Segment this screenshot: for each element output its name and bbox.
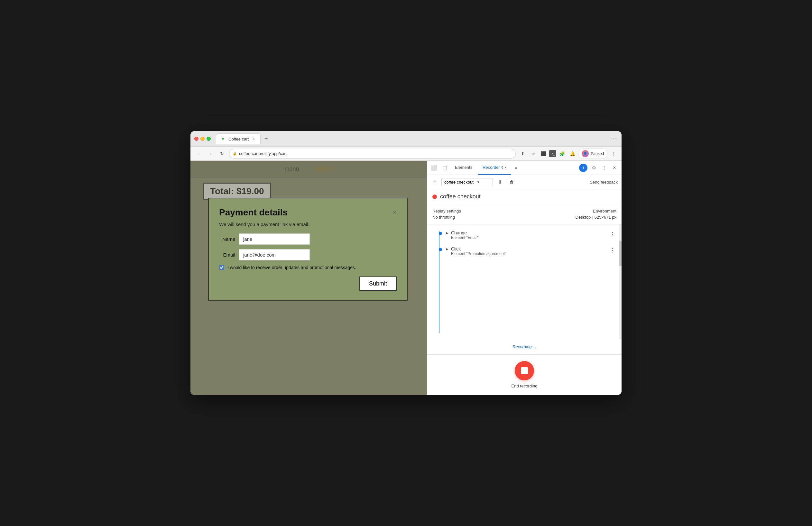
desktop-size: 625×671 px xyxy=(595,215,617,220)
recording-name-header: coffee checkout xyxy=(427,190,622,204)
browser-window: ▼ Coffee cart × + ⋯ ‹ › ↻ 🔒 coffee-cart.… xyxy=(190,131,622,395)
send-feedback-link[interactable]: Send feedback xyxy=(590,180,618,184)
recorder-export-button[interactable]: ⬆ xyxy=(495,178,505,186)
recording-status-dot xyxy=(432,195,437,199)
email-label: Email xyxy=(219,252,235,257)
chat-badge[interactable]: 1 xyxy=(579,164,588,172)
close-traffic-light[interactable] xyxy=(194,137,199,141)
throttling-value: No throttling xyxy=(432,215,461,220)
title-bar: ▼ Coffee cart × + ⋯ xyxy=(190,131,622,147)
step-header-1[interactable]: ▶ Change xyxy=(446,230,609,235)
environment-value: Desktop | 625×671 px xyxy=(576,215,617,220)
promo-checkbox[interactable] xyxy=(219,265,224,270)
step-more-button-1[interactable]: ⋮ xyxy=(609,230,617,238)
bookmark-button[interactable]: ☆ xyxy=(528,149,538,158)
step-detail-2: Element "Promotion agreement" xyxy=(451,252,609,256)
recording-title: coffee checkout xyxy=(440,193,481,200)
replay-settings: Replay settings No throttling Environmen… xyxy=(427,204,622,224)
devtools-more-button[interactable]: ⋮ xyxy=(600,163,609,172)
promo-label: I would like to receive order updates an… xyxy=(228,265,356,270)
recorder-toolbar: + coffee checkout ▼ ⬆ 🗑 Send feedback xyxy=(427,175,622,190)
nav-actions: ⬆ ☆ ⬛ >_ 🧩 🔔 👤 Paused ⋮ xyxy=(518,149,618,159)
new-tab-button[interactable]: + xyxy=(262,135,270,143)
step-item: ▶ Change Element "Email" ⋮ xyxy=(427,227,622,243)
throttling-col: Replay settings No throttling xyxy=(432,209,461,220)
payment-modal: Payment details × We will send you a pay… xyxy=(208,198,408,301)
inspect-icon[interactable]: ⬜ xyxy=(430,163,439,172)
devtools-close-button[interactable]: × xyxy=(610,163,619,172)
stop-recording-button[interactable] xyxy=(515,361,534,380)
website-panel: menu cart (1) Total: $19.00 Payment deta… xyxy=(190,161,427,395)
step-dot-2 xyxy=(439,248,442,251)
lock-icon: 🔒 xyxy=(233,151,237,155)
tab-close-button[interactable]: × xyxy=(251,137,256,141)
step-content-1: ▶ Change Element "Email" xyxy=(446,230,609,240)
paused-button[interactable]: 👤 Paused xyxy=(578,149,607,159)
forward-button[interactable]: › xyxy=(206,149,215,158)
step-dot-1 xyxy=(439,232,442,235)
recorder-delete-button[interactable]: 🗑 xyxy=(507,178,516,186)
extensions-puzzle[interactable]: 🧩 xyxy=(557,149,567,158)
traffic-lights xyxy=(194,137,211,141)
back-button[interactable]: ‹ xyxy=(194,149,203,158)
environment-col: Environment Desktop | 625×671 px xyxy=(576,209,617,220)
devtools-actions: 1 ⚙ ⋮ × xyxy=(579,163,619,172)
device-toolbar-icon[interactable]: ⬚ xyxy=(440,163,449,172)
name-field-row: Name xyxy=(219,234,397,245)
recording-status: Recording ... xyxy=(427,339,622,354)
url-text: coffee-cart.netlify.app/cart xyxy=(239,151,287,156)
devtools-panel: ⬜ ⬚ Elements Recorder 🎙 × » 1 ⚙ ⋮ × xyxy=(427,161,622,395)
submit-button[interactable]: Submit xyxy=(359,276,397,291)
email-input[interactable] xyxy=(239,249,310,260)
name-input[interactable] xyxy=(239,234,310,245)
main-area: menu cart (1) Total: $19.00 Payment deta… xyxy=(190,161,622,395)
extension-button[interactable]: ⬛ xyxy=(539,149,548,158)
more-tabs-button[interactable]: » xyxy=(512,165,520,170)
share-button[interactable]: ⬆ xyxy=(518,149,527,158)
avatar: 👤 xyxy=(582,150,589,157)
recording-select[interactable]: coffee checkout ▼ xyxy=(441,178,493,186)
scrollbar-track[interactable] xyxy=(619,224,622,339)
recorder-add-button[interactable]: + xyxy=(431,178,439,186)
end-recording-label: End recording xyxy=(511,384,538,388)
step-more-button-2[interactable]: ⋮ xyxy=(609,246,617,254)
steps-area: ▶ Change Element "Email" ⋮ ▶ Click xyxy=(427,224,622,339)
tab-recorder[interactable]: Recorder 🎙 × xyxy=(478,161,511,175)
tab-elements[interactable]: Elements xyxy=(450,161,477,175)
modal-overlay: Payment details × We will send you a pay… xyxy=(190,161,427,395)
scrollbar-thumb[interactable] xyxy=(619,240,622,266)
active-tab[interactable]: ▼ Coffee cart × xyxy=(216,133,261,144)
window-more-button[interactable]: ⋯ xyxy=(609,135,618,143)
name-label: Name xyxy=(219,236,235,242)
devtools-button[interactable]: >_ xyxy=(549,150,556,157)
modal-subtitle: We will send you a payment link via emai… xyxy=(219,222,397,227)
nav-bar: ‹ › ↻ 🔒 coffee-cart.netlify.app/cart ⬆ ☆… xyxy=(190,147,622,161)
refresh-button[interactable]: ↻ xyxy=(217,149,227,158)
modal-close-button[interactable]: × xyxy=(392,208,397,217)
replay-settings-label: Replay settings xyxy=(432,209,461,213)
step-expand-icon-2: ▶ xyxy=(446,247,448,251)
step-header-2[interactable]: ▶ Click xyxy=(446,246,609,252)
step-content-2: ▶ Click Element "Promotion agreement" xyxy=(446,246,609,256)
chevron-down-icon: ▼ xyxy=(477,180,480,184)
tab-title: Coffee cart xyxy=(228,137,249,141)
chrome-menu-button[interactable]: ⋮ xyxy=(609,149,618,158)
environment-label: Environment xyxy=(576,209,617,213)
stop-icon xyxy=(521,367,528,374)
devtools-settings-button[interactable]: ⚙ xyxy=(589,163,598,172)
modal-title: Payment details × xyxy=(219,207,397,218)
step-name-1: Change xyxy=(451,230,467,235)
recording-select-label: coffee checkout xyxy=(444,180,474,184)
profile-button[interactable]: 🔔 xyxy=(568,149,577,158)
end-recording-area: End recording xyxy=(427,354,622,395)
devtools-header: ⬜ ⬚ Elements Recorder 🎙 × » 1 ⚙ ⋮ × xyxy=(427,161,622,175)
recording-status-text: Recording ... xyxy=(512,344,536,349)
maximize-traffic-light[interactable] xyxy=(206,137,211,141)
step-detail-1: Element "Email" xyxy=(451,235,609,240)
step-item: ▶ Click Element "Promotion agreement" ⋮ xyxy=(427,243,622,259)
minimize-traffic-light[interactable] xyxy=(200,137,205,141)
tab-favicon: ▼ xyxy=(221,136,226,141)
address-bar[interactable]: 🔒 coffee-cart.netlify.app/cart xyxy=(229,149,516,159)
step-name-2: Click xyxy=(451,246,461,252)
desktop-label: Desktop xyxy=(576,215,591,220)
